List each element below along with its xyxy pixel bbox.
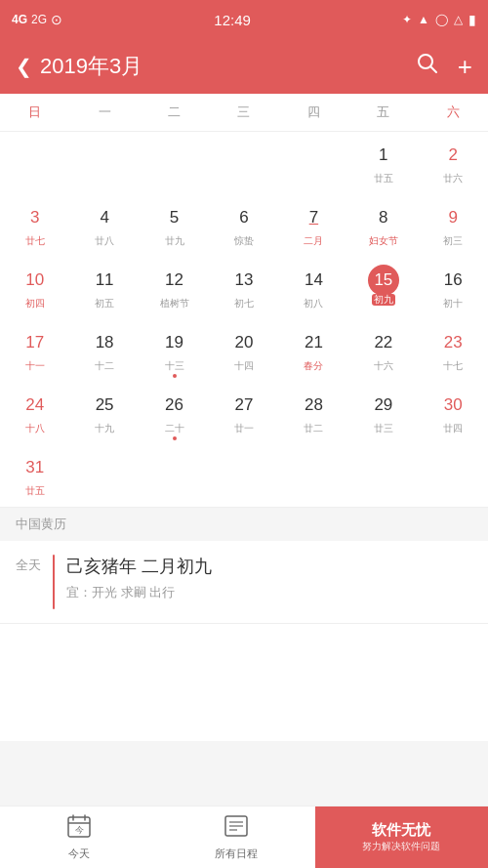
event-dot (173, 436, 177, 440)
day-lunar: 惊蛰 (234, 235, 254, 247)
day-num: 22 (368, 327, 399, 358)
day-num: 12 (159, 265, 190, 296)
day-29[interactable]: 29 廿三 (348, 382, 418, 444)
day-17[interactable]: 17 十一 (0, 319, 69, 382)
add-button[interactable]: + (458, 54, 472, 79)
day-num: 17 (20, 327, 51, 358)
day-23[interactable]: 23 十七 (419, 319, 488, 382)
day-25[interactable]: 25 十九 (69, 382, 139, 444)
day-lunar: 十九 (95, 423, 114, 434)
day-6[interactable]: 6 惊蛰 (209, 194, 278, 257)
day-num: 30 (437, 390, 468, 421)
search-button[interactable] (417, 53, 438, 80)
day-21[interactable]: 21 春分 (279, 319, 348, 382)
day-num: 1 (368, 140, 399, 171)
day-14[interactable]: 14 初八 (279, 257, 348, 319)
day-lunar: 廿六 (443, 173, 463, 185)
day-27[interactable]: 27 廿一 (209, 382, 278, 444)
day-num: 21 (298, 327, 329, 358)
alarm-icon: ◯ (435, 13, 448, 26)
all-events-icon (224, 813, 249, 845)
notification-icon: ▲ (418, 13, 429, 26)
header-actions: + (417, 53, 472, 80)
month-title: 2019年3月 (40, 52, 142, 81)
day-31[interactable]: 31 廿五 (0, 444, 69, 507)
day-22[interactable]: 22 十六 (348, 319, 418, 382)
day-num: 11 (89, 265, 120, 296)
day-18[interactable]: 18 十二 (69, 319, 139, 382)
day-empty[interactable] (348, 444, 418, 507)
day-num: 6 (228, 202, 260, 233)
day-num: 16 (437, 265, 468, 296)
day-empty[interactable] (69, 444, 139, 507)
back-and-title[interactable]: ❮ 2019年3月 (16, 52, 142, 81)
event-divider (53, 555, 55, 609)
day-empty[interactable] (279, 132, 348, 194)
day-4[interactable]: 4 廿八 (69, 194, 139, 257)
day-empty[interactable] (140, 444, 209, 507)
nav-promo[interactable]: 软件无忧 努力解决软件问题 (315, 806, 488, 868)
day-12[interactable]: 12 植树节 (140, 257, 209, 319)
day-empty[interactable] (419, 444, 488, 507)
day-empty[interactable] (0, 132, 69, 194)
day-11[interactable]: 11 初五 (69, 257, 139, 319)
day-8[interactable]: 8 妇女节 (348, 194, 418, 257)
day-empty[interactable] (209, 444, 278, 507)
day-num: 18 (89, 327, 120, 358)
day-num: 5 (159, 202, 190, 233)
day-num: 4 (89, 202, 120, 233)
weekday-thu: 四 (279, 100, 348, 125)
day-1[interactable]: 1 廿五 (348, 132, 418, 194)
back-button[interactable]: ❮ (16, 55, 32, 78)
weekday-header: 日 一 二 三 四 五 六 (0, 94, 488, 132)
today-label: 今天 (68, 847, 90, 861)
day-lunar: 十二 (95, 360, 114, 372)
day-lunar: 妇女节 (369, 235, 398, 247)
day-lunar: 十六 (374, 360, 393, 372)
svg-text:今: 今 (74, 825, 83, 835)
day-num: 27 (228, 390, 260, 421)
status-bar: 4G 2G ⊙ 12:49 ✦ ▲ ◯ △ ▮ (0, 0, 488, 39)
day-empty[interactable] (69, 132, 139, 194)
section-label: 中国黄历 (0, 507, 488, 541)
day-lunar: 春分 (304, 360, 323, 372)
weekday-mon: 一 (69, 100, 139, 125)
day-24[interactable]: 24 十八 (0, 382, 69, 444)
day-lunar: 廿五 (25, 485, 45, 497)
day-28[interactable]: 28 廿二 (279, 382, 348, 444)
day-num: 25 (89, 390, 120, 421)
day-lunar: 十八 (25, 423, 45, 434)
day-15-today[interactable]: 15 初九 (348, 257, 418, 319)
day-7[interactable]: 7 二月 (279, 194, 348, 257)
day-lunar: 廿五 (374, 173, 393, 185)
day-empty[interactable] (279, 444, 348, 507)
day-lunar: 植树节 (160, 298, 189, 310)
event-content[interactable]: 己亥猪年 二月初九 宜：开光 求嗣 出行 (66, 555, 472, 601)
weekday-tue: 二 (140, 100, 209, 125)
day-lunar: 十七 (443, 360, 463, 372)
day-empty[interactable] (209, 132, 278, 194)
day-9[interactable]: 9 初三 (419, 194, 488, 257)
day-num: 3 (20, 202, 51, 233)
day-3[interactable]: 3 廿七 (0, 194, 69, 257)
day-empty[interactable] (140, 132, 209, 194)
day-20[interactable]: 20 十四 (209, 319, 278, 382)
day-30[interactable]: 30 廿四 (419, 382, 488, 444)
nav-today[interactable]: 今 今天 (0, 806, 157, 868)
day-lunar: 二十 (165, 423, 184, 434)
charging-icon: △ (454, 13, 463, 26)
day-lunar: 廿八 (95, 235, 114, 247)
day-lunar: 二月 (304, 235, 323, 247)
day-13[interactable]: 13 初七 (209, 257, 278, 319)
day-26[interactable]: 26 二十 (140, 382, 209, 444)
day-num: 24 (20, 390, 51, 421)
day-lunar: 初十 (443, 298, 463, 310)
day-10[interactable]: 10 初四 (0, 257, 69, 319)
day-19[interactable]: 19 十三 (140, 319, 209, 382)
day-5[interactable]: 5 廿九 (140, 194, 209, 257)
weekday-sun: 日 (0, 100, 69, 125)
svg-line-1 (430, 66, 436, 72)
day-2[interactable]: 2 廿六 (419, 132, 488, 194)
nav-all-events[interactable]: 所有日程 (157, 806, 314, 868)
day-16[interactable]: 16 初十 (419, 257, 488, 319)
